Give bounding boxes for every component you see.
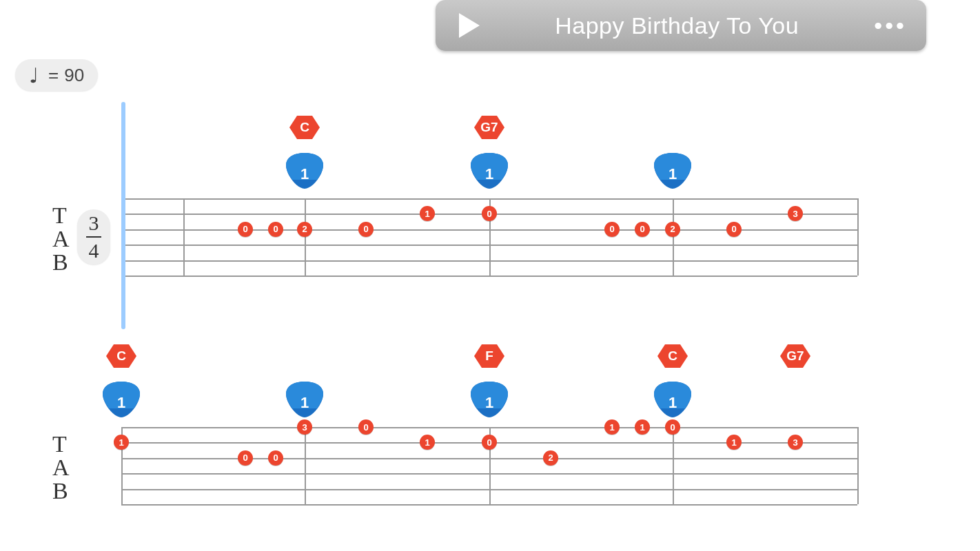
pick-number: 1 (101, 394, 141, 412)
chord-marker[interactable]: G7 (780, 343, 810, 369)
more-button[interactable]: ••• (874, 12, 907, 39)
fret-note[interactable]: 1 (726, 435, 742, 450)
fret-note[interactable]: 1 (114, 435, 129, 450)
tab-letter-t: T (52, 433, 70, 456)
fret-note[interactable]: 3 (788, 206, 803, 221)
chord-marker[interactable]: F (474, 343, 504, 369)
tab-letter-b: B (52, 479, 70, 503)
fret-note[interactable]: 0 (482, 435, 497, 450)
pick-number: 1 (285, 394, 325, 412)
fret-note[interactable]: 3 (297, 419, 312, 435)
tab-letter-a: A (52, 227, 70, 251)
strum-pick-icon[interactable]: 1 (653, 380, 693, 419)
barline (183, 198, 185, 276)
time-signature[interactable]: 34 (77, 209, 110, 264)
barline (673, 198, 674, 276)
pick-number: 1 (653, 394, 693, 412)
fret-note[interactable]: 2 (543, 450, 558, 466)
strum-pick-icon[interactable]: 1 (101, 380, 141, 419)
tempo-equals: = (48, 65, 59, 86)
chord-marker[interactable]: C (289, 114, 320, 141)
pick-number: 1 (653, 165, 693, 183)
fret-note[interactable]: 0 (358, 419, 374, 435)
strum-pick-icon[interactable]: 1 (285, 380, 325, 419)
chord-marker[interactable]: G7 (474, 114, 504, 141)
song-title: Happy Birthday To You (480, 12, 874, 39)
fret-note[interactable]: 0 (482, 206, 497, 221)
tab-staff: 1003010211013 (121, 427, 857, 504)
fret-note[interactable]: 0 (238, 222, 253, 237)
fret-note[interactable]: 1 (420, 206, 435, 221)
fret-note[interactable]: 0 (604, 222, 620, 237)
timesig-divider (86, 236, 101, 238)
tab-letter-t: T (52, 204, 70, 227)
pick-number: 1 (285, 165, 325, 183)
fret-note[interactable]: 0 (358, 222, 374, 237)
fret-note[interactable]: 0 (635, 222, 650, 237)
string-line (121, 504, 857, 506)
fret-note[interactable]: 0 (665, 419, 680, 435)
chord-marker[interactable]: C (657, 343, 688, 369)
barline (857, 427, 859, 504)
tab-staff: 00201000203 (121, 198, 857, 276)
tempo-indicator[interactable]: ♩ = 90 (15, 59, 98, 91)
barline (857, 198, 859, 276)
fret-note[interactable]: 0 (726, 222, 742, 237)
fret-note[interactable]: 1 (420, 435, 435, 450)
strum-pick-icon[interactable]: 1 (469, 380, 509, 419)
timesig-den: 4 (89, 239, 99, 262)
tab-letter-a: A (52, 456, 70, 479)
tempo-bpm: 90 (64, 65, 84, 86)
fret-note[interactable]: 2 (665, 222, 680, 237)
tab-label: TAB (52, 433, 70, 503)
quarter-note-icon: ♩ (29, 63, 39, 87)
fret-note[interactable]: 0 (268, 450, 283, 466)
fret-note[interactable]: 0 (268, 222, 283, 237)
strum-pick-icon[interactable]: 1 (653, 152, 693, 190)
timesig-num: 3 (89, 211, 99, 235)
pick-number: 1 (469, 394, 509, 412)
playback-cursor[interactable] (121, 102, 125, 329)
tab-label: TAB (52, 204, 70, 274)
strum-pick-icon[interactable]: 1 (285, 152, 325, 190)
fret-note[interactable]: 0 (238, 450, 253, 466)
string-line (121, 276, 857, 277)
pick-number: 1 (469, 165, 509, 183)
fret-note[interactable]: 1 (604, 419, 620, 435)
strum-pick-icon[interactable]: 1 (469, 152, 509, 190)
barline (673, 427, 674, 504)
play-icon[interactable] (459, 13, 480, 38)
fret-note[interactable]: 2 (297, 222, 312, 237)
fret-note[interactable]: 1 (635, 419, 650, 435)
fret-note[interactable]: 3 (788, 435, 803, 450)
chord-marker[interactable]: C (106, 343, 136, 369)
barline (305, 198, 306, 276)
player-bar: Happy Birthday To You ••• (436, 0, 926, 51)
barline (305, 427, 306, 504)
tab-letter-b: B (52, 251, 70, 274)
